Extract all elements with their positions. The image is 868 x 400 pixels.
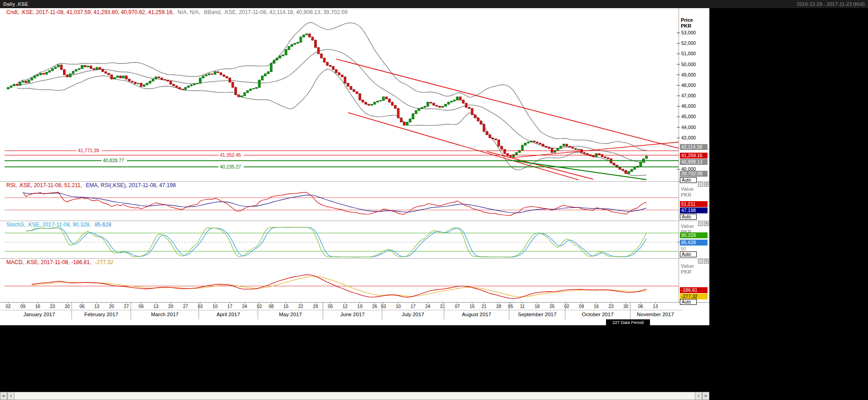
stochastics-panel[interactable]: StochS, .KSE, 2017-11-08, 90.328, 85.628… <box>0 221 709 258</box>
macd-auto-scale-button[interactable]: Auto <box>680 299 697 305</box>
scroll-left-button[interactable]: ‹ <box>7 392 15 400</box>
svg-text:02: 02 <box>5 304 11 309</box>
svg-text:March 2017: March 2017 <box>151 312 179 317</box>
candle-legend: Cndl, .KSE, 2017-11-08, 41,037.59, 41,29… <box>6 9 174 15</box>
svg-text:18: 18 <box>535 304 540 309</box>
svg-text:19: 19 <box>357 304 363 309</box>
price-auto-scale-button[interactable]: Auto <box>680 177 697 183</box>
svg-text:20: 20 <box>109 304 115 309</box>
stoch-midline-label: 50 <box>681 246 686 251</box>
svg-text:05: 05 <box>508 304 514 309</box>
svg-text:13: 13 <box>94 304 100 309</box>
svg-text:22: 22 <box>298 304 304 309</box>
svg-text:02: 02 <box>564 304 570 309</box>
time-axis-canvas: 0209162330061320270613202703101724020815… <box>0 302 709 325</box>
time-scrollbar[interactable]: « ‹ › » <box>0 392 709 400</box>
svg-text:47,000: 47,000 <box>681 93 696 98</box>
svg-text:10: 10 <box>396 304 401 309</box>
axis-title-currency: PKR <box>681 192 694 198</box>
svg-text:13: 13 <box>653 304 658 309</box>
macd-legend: MACD, .KSE, 2017-11-08, -186.81, -277.32 <box>6 259 116 265</box>
data-period-label: 227 Data Period <box>606 319 650 325</box>
rsi-auto-scale-button[interactable]: Auto <box>680 214 697 220</box>
axis-title-value: Value <box>681 186 694 192</box>
svg-text:27: 27 <box>183 304 189 309</box>
axis-title-price: Price <box>681 17 693 23</box>
rsi-value-legend: RSI, .KSE, 2017-11-08, 51.211, <box>6 182 82 188</box>
chart-title: Daily .KSE <box>3 0 28 8</box>
svg-text:13: 13 <box>153 304 159 309</box>
svg-text:July 2017: July 2017 <box>402 312 424 317</box>
rsi-legend: RSI, .KSE, 2017-11-08, 51.211, EMA, RSI(… <box>6 182 178 188</box>
scroll-right-button[interactable]: › <box>695 392 702 400</box>
svg-text:29: 29 <box>313 304 319 309</box>
svg-text:46,000: 46,000 <box>681 103 696 109</box>
rsi-axis-title: Value PKR <box>681 186 694 198</box>
last-price-value: 41,259.16 <box>680 153 708 159</box>
svg-text:27: 27 <box>124 304 129 309</box>
scroll-far-right-button[interactable]: » <box>702 392 709 400</box>
svg-text:43,000: 43,000 <box>681 135 696 140</box>
price-axis-title: Price PKR <box>681 17 693 29</box>
svg-text:52,000: 52,000 <box>681 40 696 46</box>
axis-title-currency: PKR <box>681 269 694 275</box>
svg-text:05: 05 <box>328 304 333 309</box>
svg-text:16: 16 <box>594 304 599 309</box>
svg-text:17: 17 <box>227 304 233 309</box>
axis-title-value: Value <box>681 223 694 229</box>
restore-panel-icon[interactable]: ▫ <box>698 182 703 187</box>
svg-text:40,828.77: 40,828.77 <box>103 158 124 163</box>
svg-text:April 2017: April 2017 <box>217 312 240 317</box>
svg-text:12: 12 <box>343 304 348 309</box>
bband-legend: BBand, .KSE, 2017-11-08, 42,114.18, 40,9… <box>204 9 347 15</box>
stoch-k-value: 90.328 <box>680 232 708 238</box>
chart-window: 40,00043,00044,00045,00046,00047,00048,0… <box>0 8 709 325</box>
bband-lower-value: 39,702.09 <box>680 171 708 177</box>
svg-text:26: 26 <box>372 304 378 309</box>
macd-value-legend: MACD, .KSE, 2017-11-08, -186.81, <box>6 259 91 265</box>
rsi-ema-legend: EMA, RSI(.KSE), 2017-11-08, 47.198 <box>86 182 176 188</box>
na-legend: N/A, N/A, <box>178 9 200 15</box>
svg-text:June 2017: June 2017 <box>340 312 365 317</box>
svg-text:16: 16 <box>35 304 41 309</box>
svg-text:24: 24 <box>242 304 247 309</box>
macd-panel[interactable]: MACD, .KSE, 2017-11-08, -186.81, -277.32… <box>0 258 709 302</box>
svg-text:41,771.39: 41,771.39 <box>78 148 99 153</box>
svg-text:23: 23 <box>609 304 614 309</box>
stoch-auto-scale-button[interactable]: Auto <box>680 251 697 257</box>
rsi-ema-value: 47.198 <box>680 207 708 213</box>
macd-signal-legend: -277.32 <box>95 259 114 265</box>
svg-text:48,000: 48,000 <box>681 82 696 88</box>
svg-text:23: 23 <box>50 304 55 309</box>
bband-upper-value: 42,114.18 <box>680 144 708 150</box>
close-panel-icon[interactable]: ✕ <box>704 182 709 187</box>
svg-text:January 2017: January 2017 <box>24 312 55 317</box>
time-axis: 0209162330061320270613202703101724020815… <box>0 302 709 325</box>
restore-panel-icon[interactable]: ▫ <box>698 259 703 264</box>
macd-axis-title: Value PKR <box>681 263 694 275</box>
scrollbar-track[interactable] <box>15 392 695 400</box>
svg-text:30: 30 <box>623 304 629 309</box>
svg-text:41,352.45: 41,352.45 <box>220 152 241 158</box>
scroll-far-left-button[interactable]: « <box>0 392 7 400</box>
svg-text:06: 06 <box>638 304 644 309</box>
axis-title-value: Value <box>681 263 694 269</box>
close-panel-icon[interactable]: ✕ <box>704 259 709 264</box>
svg-text:24: 24 <box>425 304 431 309</box>
price-chart-canvas[interactable]: 40,00043,00044,00045,00046,00047,00048,0… <box>0 8 709 181</box>
svg-text:October 2017: October 2017 <box>582 312 614 317</box>
svg-text:07: 07 <box>455 304 460 309</box>
svg-text:06: 06 <box>139 304 144 309</box>
restore-panel-icon[interactable]: ▫ <box>698 222 703 226</box>
svg-text:10: 10 <box>213 304 218 309</box>
price-panel[interactable]: 40,00043,00044,00045,00046,00047,00048,0… <box>0 8 709 181</box>
svg-text:49,000: 49,000 <box>681 72 696 77</box>
macd-value: -186.81 <box>680 287 708 293</box>
svg-text:15: 15 <box>470 304 475 309</box>
close-panel-icon[interactable]: ✕ <box>704 222 709 226</box>
rsi-value: 51.211 <box>680 201 708 207</box>
svg-text:09: 09 <box>20 304 26 309</box>
axis-title-currency: PKR <box>681 23 693 29</box>
svg-text:02: 02 <box>257 304 262 309</box>
rsi-panel[interactable]: RSI, .KSE, 2017-11-08, 51.211, EMA, RSI(… <box>0 181 709 221</box>
